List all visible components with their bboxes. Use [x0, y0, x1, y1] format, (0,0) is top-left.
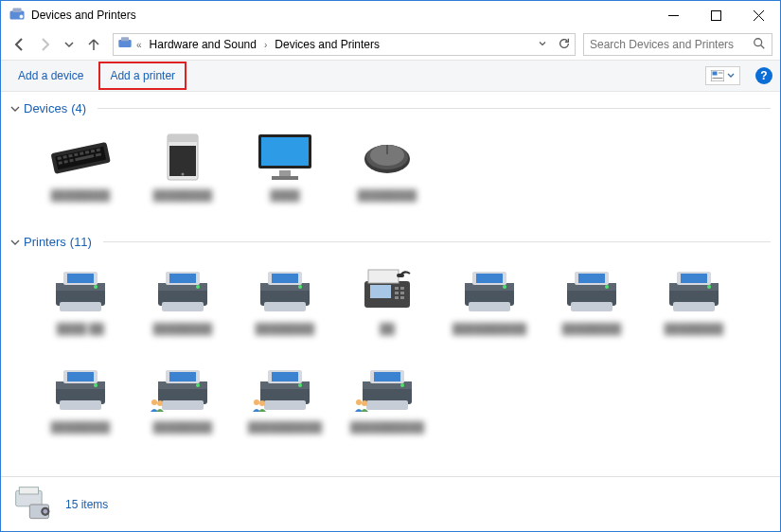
svg-line-10 [761, 44, 765, 48]
svg-rect-72 [476, 274, 503, 283]
status-bar: 15 items [1, 476, 780, 531]
item-label: ████████ [338, 189, 436, 216]
svg-rect-37 [272, 176, 298, 180]
item-label: ████████ [236, 323, 334, 349]
command-bar: Add a device Add a printer ? [1, 60, 780, 92]
group-count: (11) [70, 235, 92, 249]
add-device-button[interactable]: Add a device [9, 63, 93, 88]
group-header-printers[interactable]: Printers (11) [1, 231, 780, 253]
recent-dropdown[interactable] [58, 33, 80, 56]
device-item[interactable]: ████████ [541, 257, 643, 355]
item-label: ██████████ [440, 323, 539, 349]
svg-rect-84 [681, 274, 707, 283]
search-icon[interactable] [753, 37, 766, 53]
search-input[interactable] [590, 38, 753, 51]
shared-badge-icon [149, 397, 166, 414]
app-icon-small [117, 36, 133, 54]
device-item[interactable]: ██████████ [336, 355, 438, 453]
svg-rect-68 [397, 274, 404, 277]
item-label: ██████████ [236, 421, 334, 448]
devices-grid: ████████████████████████████ [1, 119, 780, 231]
address-bar[interactable]: « Hardware and Sound › Devices and Print… [113, 33, 576, 56]
svg-rect-118 [19, 487, 38, 493]
device-item[interactable]: ██████████ [438, 257, 541, 355]
address-dropdown[interactable] [537, 38, 548, 52]
svg-point-107 [254, 399, 259, 405]
item-label: ████████ [133, 189, 232, 216]
device-item[interactable]: ██████████ [234, 355, 336, 453]
svg-rect-44 [67, 274, 94, 283]
breadcrumb-overflow[interactable]: « [136, 40, 142, 50]
svg-point-2 [19, 14, 24, 19]
svg-rect-104 [272, 372, 298, 381]
item-label: ████████ [133, 323, 232, 349]
svg-point-86 [707, 285, 711, 289]
device-item[interactable]: ████████ [643, 257, 745, 355]
group-header-devices[interactable]: Devices (4) [1, 98, 780, 119]
svg-rect-50 [169, 274, 196, 283]
device-item[interactable]: ████████ [234, 257, 336, 355]
search-box[interactable] [583, 33, 772, 56]
device-item[interactable]: ████████ [336, 123, 438, 222]
add-printer-button[interactable]: Add a printer [98, 62, 186, 90]
svg-rect-85 [673, 302, 715, 311]
svg-rect-63 [400, 287, 404, 290]
help-button[interactable]: ? [755, 67, 772, 84]
group-title: Printers [24, 235, 66, 249]
svg-rect-35 [261, 137, 309, 166]
svg-rect-57 [264, 302, 306, 311]
mouse-icon [353, 129, 421, 186]
svg-rect-62 [395, 287, 399, 290]
device-item[interactable]: ████████ [29, 123, 132, 222]
back-button[interactable] [9, 33, 31, 56]
svg-rect-51 [162, 302, 204, 311]
svg-point-33 [182, 173, 185, 176]
svg-point-80 [605, 285, 609, 289]
svg-rect-4 [712, 10, 721, 20]
device-item[interactable]: ████ ██ [29, 257, 132, 355]
pc-icon [149, 129, 217, 186]
svg-rect-64 [395, 292, 399, 294]
svg-rect-56 [272, 274, 298, 283]
item-label: ████████ [645, 323, 743, 349]
printer-icon [149, 262, 217, 319]
shared-badge-icon [251, 397, 268, 414]
svg-point-116 [362, 400, 367, 406]
device-item[interactable]: ████████ [132, 257, 234, 355]
device-item[interactable]: ██ [336, 257, 438, 355]
device-item[interactable]: ████████ [132, 355, 234, 453]
fax-icon [353, 262, 421, 319]
up-button[interactable] [82, 33, 105, 56]
svg-rect-66 [395, 296, 399, 299]
chevron-down-icon [10, 238, 20, 247]
minimize-button[interactable] [652, 1, 695, 29]
group-count: (4) [71, 101, 86, 115]
device-item[interactable]: ████ [234, 123, 336, 222]
item-label: ██████████ [338, 421, 436, 448]
svg-point-99 [151, 399, 157, 405]
device-item[interactable]: ████████ [29, 355, 132, 453]
printer-icon [251, 262, 319, 319]
svg-rect-61 [370, 285, 391, 298]
svg-rect-97 [162, 400, 204, 410]
maximize-button[interactable] [695, 1, 737, 29]
forward-button[interactable] [33, 33, 56, 56]
svg-rect-113 [366, 400, 408, 410]
svg-rect-67 [400, 296, 404, 299]
refresh-button[interactable] [558, 37, 571, 53]
svg-rect-79 [571, 302, 612, 311]
item-label: ████ [236, 189, 334, 216]
close-button[interactable] [737, 1, 780, 29]
view-options-button[interactable] [705, 66, 740, 85]
breadcrumb-hardware-sound[interactable]: Hardware and Sound [146, 36, 260, 53]
item-label: ██ [338, 323, 436, 349]
svg-point-121 [44, 509, 48, 514]
printer-icon [558, 262, 626, 319]
item-label: ████████ [31, 189, 130, 216]
svg-rect-31 [168, 134, 198, 142]
device-item[interactable]: ████████ [132, 123, 234, 222]
svg-point-98 [196, 383, 200, 387]
breadcrumb-devices-printers[interactable]: Devices and Printers [271, 36, 383, 53]
svg-rect-96 [169, 372, 196, 381]
svg-rect-1 [13, 9, 22, 13]
